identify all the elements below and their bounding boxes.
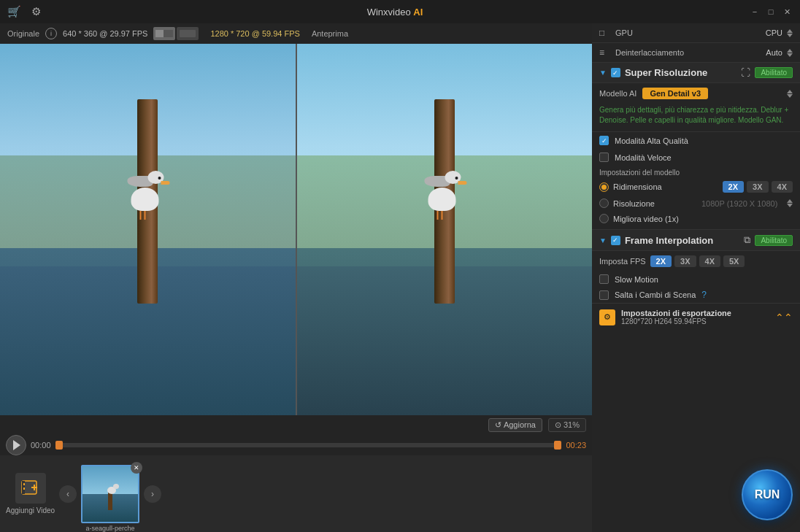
super-risoluzione-icons: ⛶ Abilitato (741, 67, 793, 78)
frame-interpolation-chevron[interactable]: ▼ (599, 236, 607, 244)
export-settings-row[interactable]: ⚙ Impostazioni di esportazione 1280*720 … (592, 304, 800, 331)
time-start: 00:00 (31, 441, 51, 450)
model-ai-row: Modello AI Gen Detail v3 (592, 83, 800, 104)
slow-motion-row[interactable]: Slow Motion (592, 271, 800, 287)
risoluzione-radio[interactable] (599, 198, 609, 208)
ridimensiona-radio[interactable] (599, 182, 609, 192)
video-right-bg (297, 44, 593, 415)
bird-leg-1-right (436, 211, 438, 220)
output-resolution: 1280 * 720 @ 59.94 FPS (210, 29, 299, 38)
scale-3x-button[interactable]: 3X (747, 181, 768, 193)
frame-interpolation-icons: ⧉ Abilitato (744, 234, 793, 246)
add-video-icon (15, 473, 46, 504)
info-icon[interactable]: i (45, 28, 57, 39)
super-risoluzione-title: Super Risoluzione (625, 67, 737, 78)
deinterlacciamento-row: ≡ Deinterlacciamento Auto (592, 43, 800, 63)
fps-3x-button[interactable]: 3X (674, 255, 696, 267)
export-info: Impostazioni di esportazione 1280*720 H2… (621, 309, 769, 325)
export-sub: 1280*720 H264 59.94FPS (621, 317, 769, 325)
add-video-button[interactable]: Aggiungi Video (6, 473, 55, 514)
deinterlacciamento-arrow[interactable] (787, 49, 793, 57)
fps-buttons: 2X 3X 4X 5X (650, 255, 745, 267)
migliora-radio[interactable] (599, 214, 609, 223)
super-risoluzione-checkbox[interactable] (611, 68, 620, 77)
play-button[interactable] (6, 435, 26, 455)
bird-legs-left (138, 209, 148, 220)
expand-icon[interactable]: ⛶ (741, 67, 750, 78)
gpu-arrow[interactable] (787, 29, 793, 37)
super-risoluzione-chevron[interactable]: ▼ (599, 69, 607, 77)
progress-handle-right[interactable] (554, 441, 561, 450)
fps-4x-button[interactable]: 4X (699, 255, 720, 267)
export-icon: ⚙ (599, 309, 615, 325)
time-end: 00:23 (566, 441, 586, 450)
frame-interpolation-header: ▼ Frame Interpolation ⧉ Abilitato (592, 230, 800, 251)
maximize-button[interactable]: □ (765, 6, 777, 18)
preview-label: Anteprima (312, 29, 348, 38)
thumbnails-bar: Aggiungi Video ‹ ✕ a-seagull-perche › (0, 455, 592, 532)
fps-2x-button[interactable]: 2X (650, 255, 672, 267)
originale-label: Originale (7, 29, 39, 38)
single-view-button[interactable] (177, 27, 199, 40)
bird-beak-left (161, 181, 170, 185)
right-panel: □ GPU CPU ≡ Deinterlacciamento Auto ▼ Su… (592, 23, 800, 532)
bird-head-right (445, 171, 461, 184)
imposta-fps-label: Imposta FPS (599, 257, 646, 266)
alta-qualita-label: Modalità Alta Qualità (615, 136, 688, 145)
timeline: 00:00 00:23 (6, 435, 586, 455)
video-preview (0, 44, 592, 415)
svg-rect-2 (23, 483, 25, 485)
bird-leg-1-left (140, 211, 142, 220)
nav-next-button[interactable]: › (144, 485, 161, 503)
minimize-button[interactable]: − (749, 6, 761, 18)
gear-icon[interactable]: ⚙ (31, 5, 41, 18)
model-value-button[interactable]: Gen Detail v3 (642, 88, 708, 99)
slow-motion-checkbox[interactable] (599, 274, 609, 284)
progress-bar[interactable] (55, 443, 562, 447)
frame-interpolation-title: Frame Interpolation (625, 235, 740, 246)
thumb-bird (107, 484, 119, 494)
cart-icon[interactable]: 🛒 (7, 5, 21, 18)
controls-area: ↺ Aggiorna ⊙ 31% 00:00 00:23 (0, 415, 592, 455)
frame-interpolation-checkbox[interactable] (611, 236, 620, 245)
export-title: Impostazioni di esportazione (621, 309, 769, 317)
nav-prev-button[interactable]: ‹ (59, 485, 77, 503)
zoom-display[interactable]: ⊙ 31% (548, 418, 586, 432)
alta-qualita-checkbox[interactable] (599, 136, 609, 145)
deinterlacciamento-label: Deinterlacciamento (615, 48, 761, 57)
split-toggle (153, 27, 199, 40)
bird-leg-2-right (441, 211, 442, 220)
salta-cambi-label: Salta i Cambi di Scena (615, 290, 696, 299)
bird-beak-right (458, 181, 466, 185)
scale-2x-button[interactable]: 2X (723, 181, 744, 193)
veloce-checkbox[interactable] (599, 153, 609, 162)
auto-value: Auto (766, 48, 782, 57)
aggiorna-button[interactable]: ↺ Aggiorna (488, 418, 542, 432)
progress-handle-left[interactable] (55, 441, 63, 450)
run-label: RUN (755, 488, 780, 501)
split-view-button[interactable] (153, 27, 175, 40)
veloce-row[interactable]: Modalità Veloce (592, 149, 800, 166)
fps-5x-button[interactable]: 5X (723, 255, 745, 267)
model-settings-label: Impostazioni del modello (592, 166, 800, 178)
resolution-arrow[interactable] (787, 199, 793, 207)
run-button[interactable]: RUN (742, 469, 793, 520)
thumbnail-image[interactable] (81, 465, 139, 523)
alta-qualita-row[interactable]: Modalità Alta Qualità (592, 132, 800, 149)
deinterlacciamento-icon: ≡ (599, 47, 611, 58)
bird-leg-2-left (145, 211, 146, 220)
frame-copy-icon[interactable]: ⧉ (744, 234, 750, 246)
model-ai-label: Modello AI (599, 89, 636, 98)
export-expand-icon[interactable]: ⌃⌃ (775, 312, 793, 323)
close-button[interactable]: ✕ (781, 6, 793, 18)
scale-4x-button[interactable]: 4X (772, 181, 793, 193)
model-arrow[interactable] (787, 90, 793, 98)
question-icon[interactable]: ? (701, 290, 707, 300)
super-risoluzione-header: ▼ Super Risoluzione ⛶ Abilitato (592, 63, 800, 83)
salta-cambi-checkbox[interactable] (599, 290, 609, 300)
thumbnail-close-button[interactable]: ✕ (131, 462, 142, 474)
bird-body-left (131, 188, 159, 211)
model-description: Genera più dettagli, più chiarezza e più… (592, 104, 800, 132)
film-plus-icon (20, 478, 41, 498)
frame-enabled-badge: Abilitato (755, 235, 793, 246)
